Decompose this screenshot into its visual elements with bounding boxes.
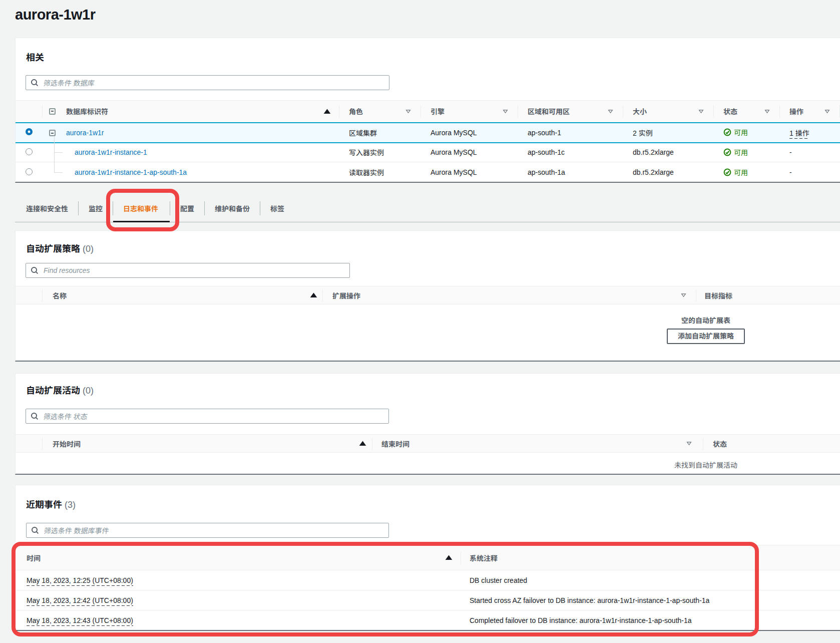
detail-tabs: 连接和安全性 监控 日志和事件 配置 维护和备份 标签 [15,198,840,222]
reader-instance-link[interactable]: aurora-1w1r-instance-1-ap-south-1a [75,168,187,176]
column-divider [42,438,43,450]
sort-ascending-icon[interactable] [323,108,331,115]
writer-instance-link[interactable]: aurora-1w1r-instance-1 [75,148,147,156]
status-badge: 可用 [723,147,748,157]
status-cell: 可用 [713,143,779,162]
header-cell-content: 状态 [703,439,840,449]
activities-table: 开始时间 结束时间 状态 [16,434,840,453]
filter-icon[interactable] [681,292,686,298]
add-autoscaling-policy-button[interactable]: 添加自动扩展策略 [667,329,745,344]
column-header-region-az[interactable]: 区域和可用区 [518,101,623,123]
cluster-row[interactable]: aurora-1w1r 区域集群 Aurora MySQL ap-south-1… [16,123,840,143]
tab-tags[interactable]: 标签 [260,198,294,222]
page-title: aurora-1w1r [15,7,96,23]
filter-icon[interactable] [405,109,411,114]
column-header-name[interactable]: 名称 [42,286,322,304]
column-header-end-time[interactable]: 结束时间 [372,435,703,453]
tab-maintenance-backups[interactable]: 维护和备份 [205,198,260,222]
header-cell-content: 名称 [42,290,322,300]
action-cell: 1 操作 [779,123,839,143]
column-divider [623,105,623,118]
column-header-size[interactable]: 大小 [623,101,713,123]
column-header-system-notes[interactable]: 系统注释 [461,545,840,570]
event-note: DB cluster created [461,570,840,590]
collapse-row-icon[interactable] [49,130,56,136]
status-available-icon [723,128,731,136]
related-table: 数据库标识符 角色 引擎 区域和可用区 大小 [16,100,840,183]
event-time[interactable]: May 18, 2023, 12:42 (UTC+08:00) [27,596,133,606]
radio-unselected[interactable] [26,168,33,175]
autoscaling-policies-title: 自动扩展策略 (0) [26,241,94,254]
writer-instance-row[interactable]: aurora-1w1r-instance-1 写入器实例 Aurora MySQ… [16,143,840,162]
filter-icon[interactable] [764,109,770,114]
tree-connector-branch [54,172,63,173]
tab-configuration[interactable]: 配置 [170,198,204,222]
column-header-identifier[interactable]: 数据库标识符 [42,101,339,123]
events-table-header-row: 时间 系统注释 [16,545,840,570]
filter-icon[interactable] [503,109,508,114]
header-cell-content: 角色 [339,106,421,116]
recent-events-section: 近期事件 (3) 筛选条件 数据库事件 时间 系统注释 May 18, 2023… [15,485,840,631]
event-time[interactable]: May 18, 2023, 12:43 (UTC+08:00) [27,616,133,626]
status-cell: 可用 [713,162,779,183]
column-header-role[interactable]: 角色 [339,101,421,123]
event-row: May 18, 2023, 12:43 (UTC+08:00) Complete… [16,610,840,630]
filter-icon[interactable] [608,109,613,114]
column-header-activity-status[interactable]: 状态 [703,435,840,453]
event-note: Started cross AZ failover to DB instance… [461,590,840,610]
header-cell-content: 操作 [779,106,839,116]
column-divider [42,289,43,302]
column-header-status[interactable]: 状态 [713,101,779,123]
sort-ascending-icon[interactable] [359,440,366,447]
radio-selected[interactable] [26,128,33,135]
column-divider [421,105,421,118]
radio-unselected[interactable] [26,148,33,155]
collapse-all-icon[interactable] [49,108,56,115]
actions-dropdown[interactable]: 1 操作 [789,129,809,139]
header-cell-content: 目标指标 [696,290,840,300]
related-table-header-row: 数据库标识符 角色 引擎 区域和可用区 大小 [16,101,840,123]
column-header-action[interactable]: 操作 [779,101,839,123]
header-cell-content: 时间 [16,553,461,563]
column-header-time[interactable]: 时间 [16,545,461,570]
column-header-scaling-action[interactable]: 扩展操作 [322,286,696,304]
header-cell-content: 结束时间 [372,439,703,449]
sort-ascending-icon[interactable] [445,554,453,561]
column-header-start-time[interactable]: 开始时间 [42,435,372,453]
autoscaling-policies-section: 自动扩展策略 (0) Find resources 名称 扩展操作 目标指标 [15,230,840,362]
header-cell-content: 数据库标识符 [42,106,339,116]
column-divider [713,105,714,118]
column-header-engine[interactable]: 引擎 [421,101,518,123]
related-section-title: 相关 [26,50,44,63]
sort-ascending-icon[interactable] [310,291,317,299]
selection-cell [16,162,42,183]
related-section: 相关 筛选条件 数据库 数据库标识符 角色 引擎 [15,38,840,183]
identifier-cell: aurora-1w1r-instance-1-ap-south-1a [42,162,339,183]
time-cell: May 18, 2023, 12:43 (UTC+08:00) [16,610,461,630]
status-badge: 可用 [723,167,748,177]
filter-icon[interactable] [686,441,692,446]
tab-monitoring[interactable]: 监控 [79,198,113,222]
column-header-target-metric[interactable]: 目标指标 [696,286,840,304]
selection-cell [16,123,42,143]
column-divider [461,552,461,564]
tab-connectivity-security[interactable]: 连接和安全性 [16,198,78,222]
cluster-link[interactable]: aurora-1w1r [66,129,104,137]
activities-table-header-row: 开始时间 结束时间 状态 [16,435,840,453]
filter-icon[interactable] [698,109,704,114]
activities-filter-placeholder: 筛选条件 状态 [43,411,88,421]
filter-icon[interactable] [824,109,830,114]
selection-column-header [16,286,42,304]
column-divider [372,438,372,450]
policies-filter-input[interactable] [26,263,349,277]
header-cell-content: 引擎 [421,106,518,116]
reader-instance-row[interactable]: aurora-1w1r-instance-1-ap-south-1a 读取器实例… [16,162,840,183]
event-time[interactable]: May 18, 2023, 12:25 (UTC+08:00) [27,576,133,586]
time-cell: May 18, 2023, 12:42 (UTC+08:00) [16,590,461,610]
status-badge: 可用 [723,127,748,137]
related-filter: 筛选条件 数据库 [26,75,389,90]
column-divider [518,105,518,118]
header-cell-content: 区域和可用区 [518,106,623,116]
policies-filter: Find resources [26,263,350,278]
tab-logs-events[interactable]: 日志和事件 [113,198,170,222]
